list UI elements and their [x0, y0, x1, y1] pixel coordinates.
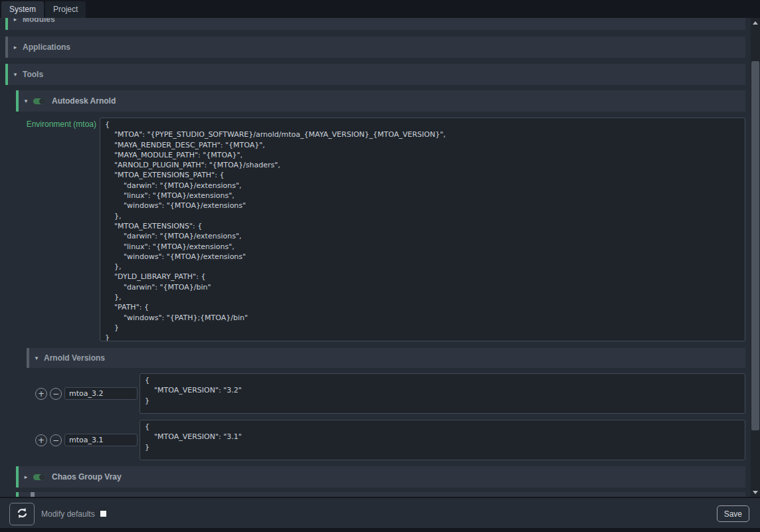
- vertical-scrollbar[interactable]: [751, 18, 760, 497]
- vray-enabled-toggle[interactable]: [33, 474, 45, 480]
- arrow-up-icon: [753, 21, 758, 25]
- scrollbar-thumb[interactable]: [751, 61, 759, 430]
- modify-defaults-label: Modify defaults: [41, 509, 95, 519]
- remove-version-button[interactable]: −: [50, 434, 62, 446]
- environment-mtoa-label: Environment (mtoa): [5, 120, 96, 129]
- version-key-input[interactable]: [64, 434, 138, 446]
- section-label: Modules: [23, 18, 55, 24]
- remove-version-button[interactable]: −: [50, 388, 62, 400]
- chevron-down-icon: ▾: [29, 355, 44, 361]
- section-label: Tools: [23, 70, 43, 79]
- section-header-tools[interactable]: ▾ Tools: [5, 64, 745, 85]
- tab-system[interactable]: System: [1, 1, 44, 18]
- tab-project[interactable]: Project: [45, 1, 86, 18]
- scroll-down-button[interactable]: [751, 488, 760, 497]
- save-button[interactable]: Save: [717, 505, 749, 522]
- section-label: Autodesk Arnold: [52, 96, 116, 106]
- toggle-knob-icon: [39, 474, 45, 480]
- version-environment-editor[interactable]: { "MTOA_VERSION": "3.1" }: [140, 420, 745, 460]
- version-key-input[interactable]: [64, 387, 138, 400]
- arnold-enabled-toggle[interactable]: [33, 98, 45, 104]
- section-label: Applications: [23, 43, 70, 52]
- add-version-button[interactable]: +: [35, 434, 47, 446]
- toggle-knob-icon: [39, 98, 45, 104]
- section-header-chaos-group-vray[interactable]: ▸ Chaos Group Vray: [16, 466, 745, 488]
- chevron-right-icon: ▸: [19, 474, 33, 480]
- refresh-button[interactable]: [9, 503, 35, 525]
- section-header-clipped[interactable]: [16, 492, 745, 497]
- modify-defaults-checkbox[interactable]: [100, 511, 106, 517]
- chevron-clipped-icon: [31, 492, 35, 497]
- arrow-down-icon: [753, 491, 758, 494]
- version-environment-editor[interactable]: { "MTOA_VERSION": "3.2" }: [140, 373, 745, 414]
- chevron-down-icon: ▾: [8, 71, 23, 78]
- chevron-down-icon: ▾: [19, 98, 33, 104]
- section-header-modules[interactable]: ▸ Modules: [5, 18, 745, 30]
- refresh-icon: [16, 507, 29, 521]
- scroll-up-button[interactable]: [751, 18, 760, 27]
- section-label: Chaos Group Vray: [52, 472, 122, 482]
- settings-window: System Project ▸ Modules ▸ Applications …: [0, 0, 760, 532]
- section-header-autodesk-arnold[interactable]: ▾ Autodesk Arnold: [16, 90, 745, 112]
- section-header-applications[interactable]: ▸ Applications: [5, 37, 745, 58]
- chevron-right-icon: ▸: [8, 44, 23, 50]
- environment-mtoa-editor[interactable]: { "MTOA": "{PYPE_STUDIO_SOFTWARE}/arnold…: [100, 118, 745, 341]
- add-version-button[interactable]: +: [35, 388, 47, 400]
- section-header-arnold-versions[interactable]: ▾ Arnold Versions: [27, 348, 745, 368]
- tab-bar: System Project: [0, 0, 760, 18]
- footer-bar: Modify defaults Save: [0, 497, 760, 528]
- section-label: Arnold Versions: [44, 353, 105, 363]
- chevron-right-icon: ▸: [8, 18, 23, 23]
- settings-scroll-area: ▸ Modules ▸ Applications ▾ Tools ▾ Autod…: [0, 18, 751, 497]
